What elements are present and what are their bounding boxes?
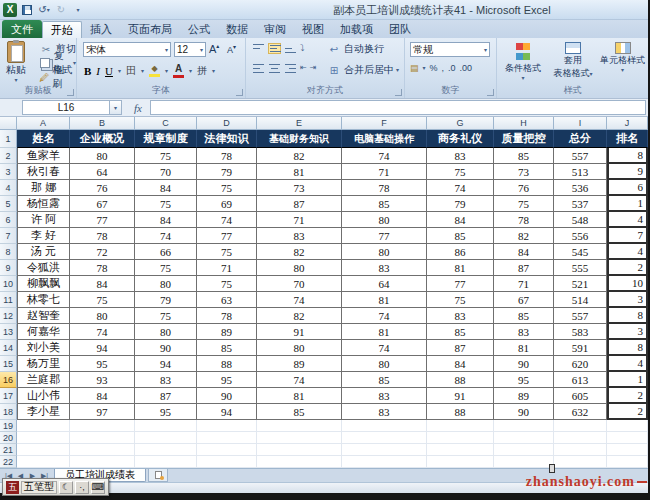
format-painter-button[interactable]: 🖉格式刷 — [38, 70, 76, 84]
cell-G20[interactable] — [427, 432, 494, 444]
cell-H16[interactable]: 95 — [494, 372, 554, 388]
number-format-combo[interactable]: 常规▾ — [410, 42, 490, 57]
cell-G21[interactable] — [427, 444, 494, 456]
cell-J1[interactable]: 排名 — [607, 130, 648, 148]
cell-F4[interactable]: 78 — [342, 180, 427, 196]
percent-style-button[interactable]: % — [430, 63, 438, 73]
cell-J15[interactable]: 4 — [607, 356, 648, 372]
cell-C4[interactable]: 84 — [135, 180, 197, 196]
row-header-5[interactable]: 5 — [0, 196, 17, 212]
insert-function-button[interactable]: fx — [134, 102, 142, 114]
cell-I9[interactable]: 555 — [554, 260, 607, 276]
cell-G5[interactable]: 79 — [427, 196, 494, 212]
cell-F11[interactable]: 81 — [342, 292, 427, 308]
cell-J16[interactable]: 1 — [607, 372, 648, 388]
cell-D4[interactable]: 75 — [197, 180, 257, 196]
cell-I22[interactable] — [554, 456, 607, 468]
font-color-button[interactable]: A — [173, 63, 184, 78]
cell-C7[interactable]: 74 — [135, 228, 197, 244]
merge-center-button[interactable]: ⊞合并后居中▾ — [326, 63, 399, 77]
cell-D19[interactable] — [197, 420, 257, 432]
column-header-E[interactable]: E — [257, 117, 342, 130]
tab-页面布局[interactable]: 页面布局 — [120, 21, 180, 38]
cell-D18[interactable]: 94 — [197, 404, 257, 420]
cell-G7[interactable]: 85 — [427, 228, 494, 244]
cell-F10[interactable]: 64 — [342, 276, 427, 292]
cell-C2[interactable]: 75 — [135, 148, 197, 164]
column-header-D[interactable]: D — [197, 117, 257, 130]
cell-F5[interactable]: 85 — [342, 196, 427, 212]
cell-D12[interactable]: 78 — [197, 308, 257, 324]
cell-E18[interactable]: 85 — [257, 404, 342, 420]
cell-G15[interactable]: 84 — [427, 356, 494, 372]
cell-I6[interactable]: 548 — [554, 212, 607, 228]
row-header-15[interactable]: 15 — [0, 356, 17, 372]
alignment-dialog-launcher[interactable] — [395, 89, 402, 96]
accounting-format-button[interactable]: ▤ — [410, 63, 419, 73]
cell-C22[interactable] — [135, 456, 197, 468]
cell-A1[interactable]: 姓名 — [17, 130, 70, 148]
cell-I13[interactable]: 583 — [554, 324, 607, 340]
cell-G3[interactable]: 75 — [427, 164, 494, 180]
tab-加载项[interactable]: 加载项 — [332, 21, 381, 38]
cell-I20[interactable] — [554, 432, 607, 444]
cell-A6[interactable]: 许 阿 — [17, 212, 70, 228]
row-header-8[interactable]: 8 — [0, 244, 17, 260]
cell-J2[interactable]: 8 — [607, 148, 648, 164]
cell-I4[interactable]: 536 — [554, 180, 607, 196]
align-left-icon[interactable] — [252, 63, 265, 74]
decrease-indent-icon[interactable]: ⇤ — [300, 63, 307, 74]
tab-插入[interactable]: 插入 — [82, 21, 120, 38]
cell-D5[interactable]: 69 — [197, 196, 257, 212]
qat-customize-button[interactable]: ▾ — [71, 3, 85, 16]
cell-A19[interactable] — [17, 420, 70, 432]
cell-E15[interactable]: 89 — [257, 356, 342, 372]
shrink-font-button[interactable]: A▾ — [227, 43, 236, 55]
fill-color-button[interactable]: ◆ — [149, 64, 160, 77]
cell-D10[interactable]: 75 — [197, 276, 257, 292]
cell-E4[interactable]: 73 — [257, 180, 342, 196]
cell-D3[interactable]: 79 — [197, 164, 257, 180]
column-header-H[interactable]: H — [494, 117, 554, 130]
font-size-combo[interactable]: 12▾ — [174, 42, 206, 57]
cell-F17[interactable]: 83 — [342, 388, 427, 404]
comma-style-button[interactable]: , — [442, 63, 445, 73]
cell-C1[interactable]: 规章制度 — [135, 130, 197, 148]
tab-数据[interactable]: 数据 — [218, 21, 256, 38]
cell-E14[interactable]: 80 — [257, 340, 342, 356]
cell-J4[interactable]: 6 — [607, 180, 648, 196]
cell-F1[interactable]: 电脑基础操作 — [342, 130, 427, 148]
cell-J13[interactable]: 3 — [607, 324, 648, 340]
cell-B22[interactable] — [70, 456, 135, 468]
cell-E10[interactable]: 70 — [257, 276, 342, 292]
cell-G6[interactable]: 84 — [427, 212, 494, 228]
cell-G17[interactable]: 91 — [427, 388, 494, 404]
cell-F18[interactable]: 83 — [342, 404, 427, 420]
cell-G11[interactable]: 75 — [427, 292, 494, 308]
keyboard-icon[interactable]: ⌨ — [91, 481, 105, 494]
cell-D2[interactable]: 78 — [197, 148, 257, 164]
column-header-G[interactable]: G — [427, 117, 494, 130]
cell-B5[interactable]: 67 — [70, 196, 135, 212]
cell-I15[interactable]: 620 — [554, 356, 607, 372]
cell-E19[interactable] — [257, 420, 342, 432]
cell-B13[interactable]: 74 — [70, 324, 135, 340]
cell-E20[interactable] — [257, 432, 342, 444]
cell-C21[interactable] — [135, 444, 197, 456]
row-header-7[interactable]: 7 — [0, 228, 17, 244]
cell-J20[interactable] — [607, 432, 648, 444]
cell-D11[interactable]: 63 — [197, 292, 257, 308]
cell-E9[interactable]: 80 — [257, 260, 342, 276]
row-header-3[interactable]: 3 — [0, 164, 17, 180]
row-header-11[interactable]: 11 — [0, 292, 17, 308]
cell-E22[interactable] — [257, 456, 342, 468]
cell-A11[interactable]: 林零七 — [17, 292, 70, 308]
ime-logo-icon[interactable]: 五 — [6, 481, 19, 494]
row-header-21[interactable]: 21 — [0, 444, 17, 456]
cell-D8[interactable]: 75 — [197, 244, 257, 260]
cell-I2[interactable]: 557 — [554, 148, 607, 164]
format-as-table-button[interactable]: 套用 表格格式▾ — [549, 40, 597, 80]
cell-H10[interactable]: 71 — [494, 276, 554, 292]
cell-H8[interactable]: 84 — [494, 244, 554, 260]
cell-B7[interactable]: 78 — [70, 228, 135, 244]
